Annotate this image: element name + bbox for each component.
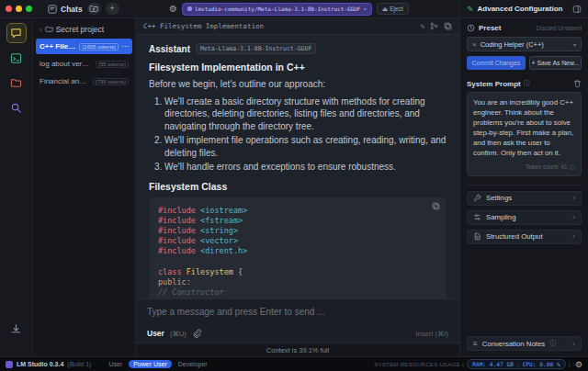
wrench-icon bbox=[473, 194, 481, 202]
chevron-right-icon: › bbox=[572, 340, 575, 348]
minimize-window-button[interactable] bbox=[16, 6, 22, 12]
folder-name: Secret project bbox=[56, 25, 104, 34]
info-icon: ⓘ bbox=[570, 163, 576, 170]
preset-selector[interactable]: × Coding Helper (C++) ▾ bbox=[467, 37, 582, 51]
collapse-panel-icon[interactable] bbox=[572, 5, 582, 14]
nav-discover-button[interactable] bbox=[7, 98, 26, 117]
chat-folder[interactable]: › Secret project bbox=[36, 23, 132, 39]
assistant-message: Assistant Meta-Llama-3.1-8B-Instruct-GGU… bbox=[149, 43, 447, 298]
advanced-config-header: ✎ Advanced Configuration bbox=[460, 0, 588, 18]
folder-icon bbox=[45, 26, 53, 33]
chat-panel-icon bbox=[48, 5, 57, 14]
section-settings[interactable]: Settings› bbox=[467, 191, 582, 206]
chat-list-item[interactable]: C++ Filesyste...(1605 tokens)⋯ bbox=[36, 39, 132, 54]
chat-item-title: Financial analysis bbox=[40, 77, 90, 85]
new-folder-button[interactable] bbox=[87, 3, 101, 15]
chat-header: C++ Filesystem Implementation ✎ bbox=[136, 18, 459, 35]
section-label: Settings bbox=[486, 194, 512, 202]
app-build: (Build 1) bbox=[67, 361, 91, 367]
mode-tab-developer[interactable]: Developer bbox=[174, 360, 212, 368]
loaded-model-selector[interactable]: lmstudio-community/Meta-Llama-3.1-8B-Ins… bbox=[182, 3, 372, 16]
section-sampling[interactable]: Sampling› bbox=[467, 210, 582, 225]
close-window-button[interactable] bbox=[6, 6, 12, 12]
save-as-new-button[interactable]: + Save As New... bbox=[529, 56, 582, 70]
chat-item-token-count: (55 tokens) bbox=[96, 61, 129, 68]
model-icon bbox=[187, 6, 192, 11]
chats-label: Chats bbox=[61, 5, 83, 14]
branch-chat-icon[interactable] bbox=[430, 22, 438, 30]
attach-file-icon[interactable] bbox=[192, 329, 201, 338]
settings-gear-icon[interactable]: ⚙ bbox=[575, 360, 582, 369]
window-controls bbox=[6, 6, 32, 12]
message-heading-2: Filesystem Class bbox=[149, 181, 447, 192]
code-content: #include <iostream>#include <fstream>#in… bbox=[158, 206, 437, 299]
chevron-down-icon: ▾ bbox=[573, 41, 576, 48]
message-input-area[interactable]: Type a message and press Enter to send .… bbox=[136, 298, 459, 343]
conversation-notes-section[interactable]: ≡ Conversation Notes ⓘ › bbox=[467, 336, 582, 351]
preset-section-header: Preset Discard Unsaved bbox=[467, 24, 582, 32]
eject-model-button[interactable]: ⏏ Eject bbox=[377, 3, 409, 15]
eject-icon: ⏏ bbox=[382, 6, 388, 13]
chevron-right-icon: › bbox=[572, 194, 575, 202]
assistant-role-label: Assistant bbox=[149, 44, 190, 54]
message-heading-1: Filesystem Implementation in C++ bbox=[149, 62, 447, 73]
conversation-notes-label: Conversation Notes bbox=[482, 340, 545, 348]
resource-usage-pill[interactable]: RAM: 4.47 GB | CPU: 0.00 % bbox=[467, 359, 565, 369]
approach-list: We'll create a basic directory structure… bbox=[164, 96, 447, 174]
discard-unsaved-button[interactable]: Discard Unsaved bbox=[537, 25, 582, 31]
advanced-config-title: Advanced Configuration bbox=[478, 5, 563, 13]
approach-list-item: We'll implement file operations such as … bbox=[164, 134, 447, 159]
chevron-right-icon: › bbox=[572, 213, 575, 221]
resources-usage-label: SYSTEM RESOURCES USAGE ( bbox=[374, 362, 464, 367]
chat-item-token-count: (799 tokens) bbox=[93, 78, 129, 85]
nav-chat-button[interactable] bbox=[7, 24, 26, 42]
message-input-placeholder: Type a message and press Enter to send .… bbox=[147, 307, 448, 317]
chats-tab[interactable]: Chats bbox=[48, 5, 83, 14]
system-prompt-text: You are an incredibly good C++ engineer.… bbox=[473, 98, 573, 157]
chat-list-item[interactable]: Financial analysis(799 tokens) bbox=[36, 73, 132, 89]
chat-main: C++ Filesystem Implementation ✎ bbox=[136, 18, 459, 356]
edit-title-icon[interactable]: ✎ bbox=[420, 22, 424, 30]
lm-studio-window: Chats + ⚙ lmstudio-community/Meta-Llama-… bbox=[0, 0, 588, 371]
mode-tab-user[interactable]: User bbox=[104, 360, 127, 368]
message-list[interactable]: Assistant Meta-Llama-3.1-8B-Instruct-GGU… bbox=[136, 35, 459, 298]
insert-button[interactable]: Insert (⌘I) bbox=[416, 330, 448, 338]
chevron-right-icon: › bbox=[572, 232, 575, 241]
commit-changes-button[interactable]: Commit Changes bbox=[467, 56, 526, 70]
chat-list-item[interactable]: log about version of ...(55 tokens) bbox=[36, 56, 132, 72]
system-prompt-header: System Prompt ⓘ bbox=[467, 79, 582, 88]
duplicate-chat-icon[interactable] bbox=[444, 22, 452, 30]
chat-item-menu-icon[interactable]: ⋯ bbox=[121, 42, 129, 51]
cpu-usage: CPU: 0.00 % bbox=[523, 361, 560, 367]
status-bar: LM Studio 0.3.4 (Build 1) UserPower User… bbox=[0, 356, 588, 371]
chat-item-token-count: (1605 tokens) bbox=[79, 43, 119, 51]
advanced-configuration-panel: ✎ Advanced Configuration Preset Discard … bbox=[459, 0, 588, 356]
chat-item-title: log about version of ... bbox=[40, 60, 93, 68]
resources-close-paren: ) bbox=[569, 362, 571, 367]
message-model-badge: Meta-Llama-3.1-8B-Instruct-GGUF bbox=[196, 43, 316, 54]
zoom-window-button[interactable] bbox=[26, 6, 32, 12]
role-selector[interactable]: User bbox=[147, 329, 164, 338]
ram-usage: RAM: 4.47 GB bbox=[472, 361, 514, 367]
model-settings-gear-icon[interactable]: ⚙ bbox=[169, 4, 177, 14]
clear-preset-icon[interactable]: × bbox=[472, 40, 477, 49]
preset-label: Preset bbox=[479, 24, 501, 32]
copy-code-icon[interactable] bbox=[432, 202, 440, 210]
nav-my-models-button[interactable] bbox=[7, 73, 26, 92]
role-shortcut: (⌘U) bbox=[170, 330, 187, 338]
system-prompt-editor[interactable]: You are an incredibly good C++ engineer.… bbox=[467, 92, 582, 176]
sliders-icon bbox=[473, 213, 481, 221]
new-chat-button[interactable]: + bbox=[106, 3, 119, 15]
approach-list-item: We'll handle errors and exceptions to en… bbox=[164, 161, 447, 174]
nav-developer-button[interactable] bbox=[7, 49, 26, 67]
lm-studio-logo-icon bbox=[6, 361, 13, 368]
section-label: Sampling bbox=[486, 213, 516, 221]
downloads-button[interactable] bbox=[7, 320, 26, 338]
preset-icon bbox=[467, 24, 475, 32]
section-structured-output[interactable]: Structured Output› bbox=[467, 230, 582, 244]
app-version: LM Studio 0.3.4 bbox=[17, 361, 63, 367]
pencil-icon: ✎ bbox=[467, 5, 474, 14]
mode-tab-power-user[interactable]: Power User bbox=[129, 360, 172, 368]
clear-prompt-trash-icon[interactable] bbox=[573, 79, 582, 88]
system-prompt-label: System Prompt bbox=[467, 80, 521, 88]
